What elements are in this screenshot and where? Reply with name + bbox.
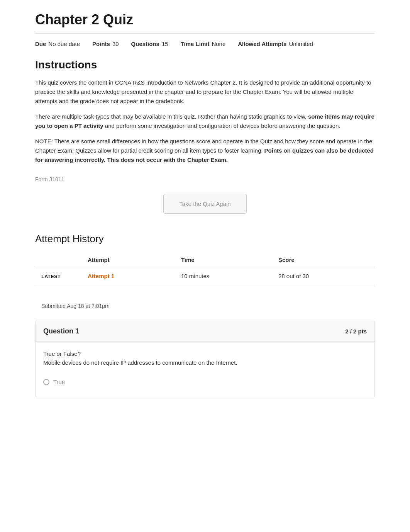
instructions-section: Instructions This quiz covers the conten…	[35, 59, 375, 165]
meta-points: Points 30	[92, 41, 119, 47]
instructions-paragraph-2: There are multiple task types that may b…	[35, 112, 375, 131]
meta-time-limit: Time Limit None	[181, 41, 226, 47]
col-header-time: Time	[175, 253, 272, 267]
col-header-label	[35, 253, 81, 267]
take-quiz-container: Take the Quiz Again	[35, 194, 375, 214]
time-limit-label: Time Limit	[181, 41, 210, 47]
col-header-attempt: Attempt	[81, 253, 175, 267]
answer-option-true: True	[43, 375, 367, 389]
instructions-bold-2: some items may require you to open a PT …	[35, 113, 374, 129]
instructions-paragraph-1: This quiz covers the content in CCNA R&S…	[35, 78, 375, 106]
question-block-1: Question 1 2 / 2 pts True or False? Mobi…	[35, 321, 375, 397]
attempt-history-title: Attempt History	[35, 233, 375, 245]
form-number: Form 31011	[35, 176, 375, 182]
meta-questions: Questions 15	[131, 41, 168, 47]
answer-radio-true	[43, 379, 49, 385]
attempt-score: 28 out of 30	[272, 267, 375, 285]
instructions-title: Instructions	[35, 59, 375, 71]
allowed-attempts-value: Unlimited	[289, 41, 313, 47]
allowed-attempts-label: Allowed Attempts	[238, 41, 286, 47]
meta-allowed-attempts: Allowed Attempts Unlimited	[238, 41, 313, 47]
table-row: LATEST Attempt 1 10 minutes 28 out of 30	[35, 267, 375, 285]
instructions-bold-3: Points on quizzes can also be deducted f…	[35, 147, 374, 163]
question-title-1: Question 1	[43, 327, 79, 335]
meta-due: Due No due date	[35, 41, 80, 47]
question-score-1: 2 / 2 pts	[345, 328, 367, 335]
attempt-table: Attempt Time Score LATEST Attempt 1 10 m…	[35, 253, 375, 285]
due-value: No due date	[48, 41, 80, 47]
latest-label: LATEST	[41, 274, 61, 279]
time-limit-value: None	[212, 41, 225, 47]
instructions-paragraph-3: NOTE: There are some small differences i…	[35, 137, 375, 165]
attempt-link[interactable]: Attempt 1	[88, 273, 114, 279]
points-value: 30	[112, 41, 119, 47]
quiz-meta: Due No due date Points 30 Questions 15 T…	[35, 41, 375, 47]
questions-label: Questions	[131, 41, 159, 47]
answer-text-true: True	[53, 379, 65, 385]
question-body-1: True or False? Mobile devices do not req…	[36, 342, 374, 397]
question-text-1: True or False? Mobile devices do not req…	[43, 350, 367, 367]
question-header-1: Question 1 2 / 2 pts	[36, 321, 374, 342]
quiz-title: Chapter 2 Quiz	[35, 12, 375, 34]
col-header-score: Score	[272, 253, 375, 267]
submitted-info: Submitted Aug 18 at 7:01pm	[35, 297, 375, 313]
attempt-history-section: Attempt History Attempt Time Score LATES…	[35, 233, 375, 285]
take-quiz-button[interactable]: Take the Quiz Again	[163, 194, 246, 214]
questions-value: 15	[162, 41, 168, 47]
due-label: Due	[35, 41, 46, 47]
attempt-time: 10 minutes	[175, 267, 272, 285]
points-label: Points	[92, 41, 110, 47]
